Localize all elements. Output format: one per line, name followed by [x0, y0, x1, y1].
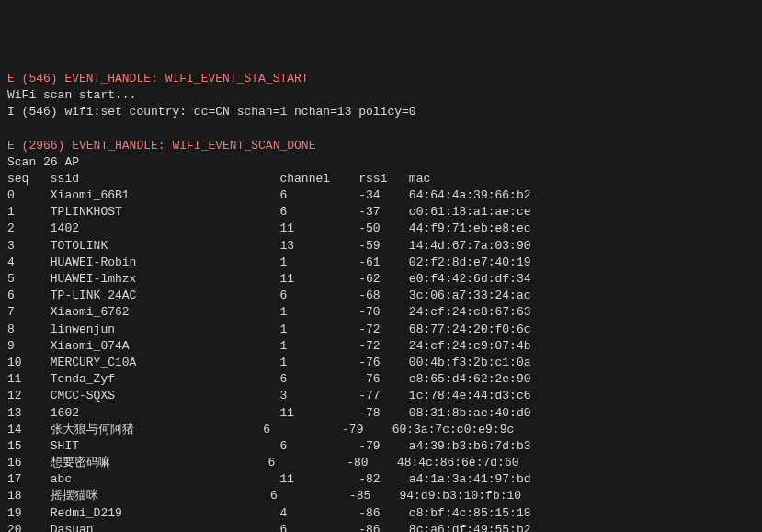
table-row: 15 SHIT 6 -79 a4:39:b3:b6:7d:b3: [7, 439, 531, 453]
table-row: 7 Xiaomi_6762 1 -70 24:cf:24:c8:67:63: [7, 305, 531, 319]
table-row: 6 TP-LINK_24AC 6 -68 3c:06:a7:33:24:ac: [7, 289, 531, 302]
table-row: 8 linwenjun 1 -72 68:77:24:20:f0:6c: [7, 323, 531, 336]
table-row: 18 摇摆猫咪 6 -85 94:d9:b3:10:fb:10: [7, 489, 521, 503]
table-row: 20 Dasuan 6 -86 8c:a6:df:49:55:b2: [7, 523, 531, 532]
terminal-output: E (546) EVENT_HANDLE: WIFI_EVENT_STA_STA…: [7, 71, 755, 532]
table-row: 17 abc 11 -82 a4:1a:3a:41:97:bd: [7, 472, 531, 486]
table-row: 16 想要密码嘛 6 -80 48:4c:86:6e:7d:60: [7, 456, 518, 470]
table-row: 4 HUAWEI-Robin 1 -61 02:f2:8d:e7:40:19: [7, 255, 531, 269]
table-row: 12 CMCC-SQXS 3 -77 1c:78:4e:44:d3:c6: [7, 389, 531, 402]
table-row: 1 TPLINKHOST 6 -37 c0:61:18:a1:ae:ce: [7, 205, 531, 219]
table-body: 0 Xiaomi_66B1 6 -34 64:64:4a:39:66:b2 1 …: [7, 187, 755, 532]
table-row: 11 Tenda_Zyf 6 -76 e8:65:d4:62:2e:90: [7, 372, 531, 386]
table-row: 0 Xiaomi_66B1 6 -34 64:64:4a:39:66:b2: [7, 188, 531, 202]
table-row: 14 张大狼与何阿猪 6 -79 60:3a:7c:c0:e9:9c: [7, 423, 514, 436]
scan-count: Scan 26 AP: [7, 155, 79, 169]
table-row: 9 Xiaomi_074A 1 -72 24:cf:24:c9:07:4b: [7, 339, 531, 353]
table-row: 19 Redmi_D219 4 -86 c8:bf:4c:85:15:18: [7, 506, 531, 520]
log-line: WiFi scan start...: [7, 88, 136, 102]
table-row: 5 HUAWEI-lmhzx 11 -62 e0:f4:42:6d:df:34: [7, 272, 531, 286]
log-info-line: I (546) wifi:set country: cc=CN schan=1 …: [7, 105, 416, 119]
log-error-line: E (546) EVENT_HANDLE: WIFI_EVENT_STA_STA…: [7, 72, 309, 85]
table-header: seq ssid channel rssi mac: [7, 172, 430, 186]
table-row: 10 MERCURY_C10A 1 -76 00:4b:f3:2b:c1:0a: [7, 356, 531, 369]
table-row: 3 TOTOLINK 13 -59 14:4d:67:7a:03:90: [7, 239, 531, 253]
table-row: 13 1602 11 -78 08:31:8b:ae:40:d0: [7, 406, 531, 420]
log-error-line: E (2966) EVENT_HANDLE: WIFI_EVENT_SCAN_D…: [7, 139, 315, 153]
table-row: 2 1402 11 -50 44:f9:71:eb:e8:ec: [7, 221, 531, 235]
